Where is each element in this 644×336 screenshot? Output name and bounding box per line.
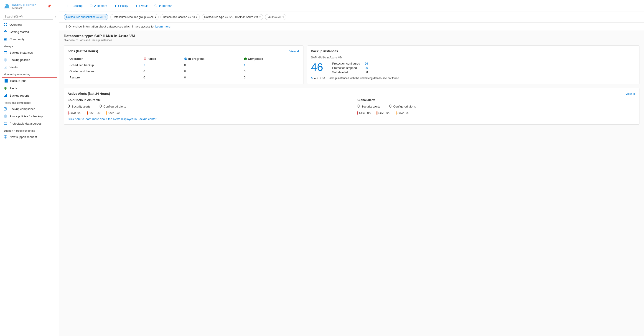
filter-subscription[interactable]: Datasource subscription == All ▾ xyxy=(64,14,108,20)
svg-rect-3 xyxy=(6,23,7,24)
scheduled-failed-link[interactable]: 2 xyxy=(144,63,145,67)
nav-backup-jobs[interactable]: Backup jobs xyxy=(2,77,57,84)
access-check-label: Only show information about datasources … xyxy=(68,25,171,28)
filter-vault-caret: ▾ xyxy=(282,15,284,19)
search-input[interactable] xyxy=(3,14,53,19)
global-configured-alerts: 0 Configured alerts xyxy=(389,104,416,109)
section-monitoring: Monitoring + reporting xyxy=(0,71,59,77)
support-icon xyxy=(4,135,7,139)
filter-subscription-label: Datasource subscription == All xyxy=(66,15,103,19)
backup-label: + Backup xyxy=(70,4,83,7)
filter-type[interactable]: Datasource type == SAP HANA in Azure VM … xyxy=(202,14,263,20)
pin-icon[interactable]: 📌 xyxy=(47,4,51,8)
svg-rect-16 xyxy=(4,82,8,83)
bell-icon xyxy=(4,86,7,90)
vault-label: + Vault xyxy=(139,4,148,7)
svg-rect-4 xyxy=(4,25,5,26)
soft-deleted-row: Soft deleted 0 xyxy=(332,70,368,74)
ondemand-inprogress: 0 xyxy=(182,68,242,74)
svg-point-6 xyxy=(5,31,6,32)
bi-total-count: 46 xyxy=(311,62,323,73)
people-icon xyxy=(4,37,7,41)
ondemand-failed: 0 xyxy=(142,68,182,74)
main-content: + Backup ↺ Restore + Policy + Vault ↻ Re… xyxy=(59,0,644,336)
nav-backup-compliance[interactable]: Backup compliance xyxy=(0,105,59,113)
filter-vault[interactable]: Vault == All ▾ xyxy=(265,14,286,20)
protection-stopped-link[interactable]: 20 xyxy=(365,66,368,70)
table-row: Restore 0 0 0 xyxy=(68,74,300,80)
nav-overview[interactable]: Overview xyxy=(0,21,59,28)
alerts-view-all-link[interactable]: View all xyxy=(625,92,636,95)
policy-button[interactable]: + Policy xyxy=(111,3,131,9)
restore-inprogress: 0 xyxy=(182,74,242,80)
filter-vault-label: Vault == All xyxy=(268,15,281,19)
nav-backup-instances[interactable]: Backup instances xyxy=(0,49,59,56)
collapse-icon[interactable]: « xyxy=(54,15,56,18)
access-check-checkbox[interactable] xyxy=(64,25,67,28)
chart-icon xyxy=(4,94,7,97)
nav-backup-jobs-label: Backup jobs xyxy=(10,79,26,83)
nav-protectable-label: Protectable datasources xyxy=(10,122,42,125)
azure-logo xyxy=(4,3,10,9)
more-icon[interactable]: ··· xyxy=(52,4,55,8)
nav-backup-instances-label: Backup instances xyxy=(10,51,33,54)
nav-protectable[interactable]: Protectable datasources xyxy=(0,120,59,127)
global-counts: 0 Security alerts 0 Configured alerts xyxy=(358,104,636,109)
protection-configured-link[interactable]: 26 xyxy=(365,62,368,65)
svg-point-9 xyxy=(4,51,7,52)
nav-vaults[interactable]: Vaults xyxy=(0,63,59,71)
alerts-card-title: Active Alerts (last 24 Hours) View all xyxy=(68,92,636,95)
jobs-table: Operation Failed In progress xyxy=(68,56,300,80)
toolbar: + Backup ↺ Restore + Policy + Vault ↻ Re… xyxy=(59,0,644,12)
nav-new-support[interactable]: New support request xyxy=(0,133,59,141)
nav-backup-policies-label: Backup policies xyxy=(10,58,30,62)
scheduled-inprogress: 0 xyxy=(182,62,242,68)
jobs-card-title: Jobs (last 24 Hours) View all xyxy=(68,49,300,53)
nav-alerts[interactable]: Alerts xyxy=(0,85,59,92)
ondemand-completed: 0 xyxy=(242,68,300,74)
access-check-row: Only show information about datasources … xyxy=(59,22,644,30)
restore-completed: 0 xyxy=(242,74,300,80)
op-restore: Restore xyxy=(68,74,142,80)
global-sev-row: Sev0 0/0 Sev1 0/0 Sev2 0/0 xyxy=(358,111,636,115)
nav-backup-policies[interactable]: Backup policies xyxy=(0,56,59,63)
vault-button[interactable]: + Vault xyxy=(132,3,150,9)
scheduled-completed-link[interactable]: 1 xyxy=(244,63,246,67)
filter-resource-group[interactable]: Datasource resource group == All ▾ xyxy=(110,14,159,20)
sap-sev0: Sev0 0/0 xyxy=(68,111,81,115)
filter-location[interactable]: Datasource location == All ▾ xyxy=(160,14,200,20)
nav-getting-started[interactable]: Getting started xyxy=(0,28,59,35)
global-sev1-dot xyxy=(376,111,378,115)
learn-more-link[interactable]: Learn more. xyxy=(155,25,171,28)
svg-rect-19 xyxy=(5,95,6,97)
restore-button[interactable]: ↺ Restore xyxy=(87,3,110,9)
nav-community-label: Community xyxy=(10,37,24,41)
global-sev2-dot xyxy=(396,111,396,115)
filter-type-label: Datasource type == SAP HANA in Azure VM xyxy=(204,15,258,19)
nav-azure-policies[interactable]: Azure policies for backup xyxy=(0,113,59,120)
bi-footer-desc: Backup instances with the underlying dat… xyxy=(328,77,399,80)
bi-footer-link[interactable]: 5 xyxy=(311,77,312,80)
shield-icon xyxy=(4,58,7,62)
col-completed: Completed xyxy=(242,56,300,62)
backup-button[interactable]: + Backup xyxy=(64,3,85,9)
col-failed: Failed xyxy=(142,56,182,62)
nav-community[interactable]: Community xyxy=(0,35,59,43)
jobs-view-all-link[interactable]: View all xyxy=(289,50,300,53)
sev1-dot xyxy=(87,111,88,115)
plus-policy-icon xyxy=(114,4,117,7)
nav-overview-label: Overview xyxy=(10,23,22,26)
plus-vault-icon xyxy=(135,4,138,7)
sap-security-alerts: 0 Security alerts xyxy=(68,104,90,109)
nav-backup-reports[interactable]: Backup reports xyxy=(0,92,59,99)
bi-footer-num: 5 out of 46 xyxy=(311,77,325,80)
alerts-learn-more-link[interactable]: Click here to learn more about the alert… xyxy=(68,117,156,121)
refresh-button[interactable]: ↻ Refresh xyxy=(152,3,175,9)
svg-rect-5 xyxy=(6,25,7,26)
svg-point-24 xyxy=(5,136,6,138)
alerts-divider xyxy=(348,98,348,115)
filter-resource-group-label: Datasource resource group == All xyxy=(113,15,154,19)
sap-sev1: Sev1 0/0 xyxy=(87,111,100,115)
restore-icon xyxy=(90,4,93,7)
restore-failed: 0 xyxy=(142,74,182,80)
